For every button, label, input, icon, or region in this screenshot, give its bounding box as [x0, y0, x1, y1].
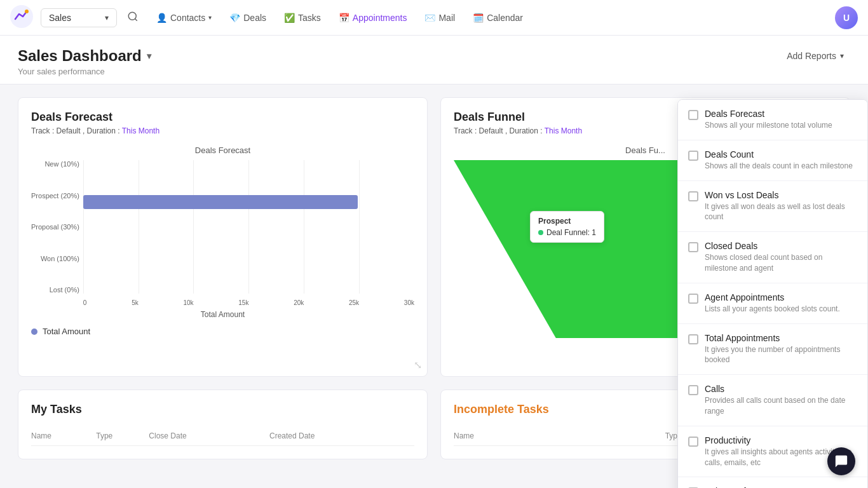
report-checkbox-calls[interactable]: [688, 385, 698, 395]
reports-dropdown: Deals Forecast Shows all your milestone …: [677, 99, 868, 488]
mail-label: Mail: [438, 13, 455, 23]
report-checkbox-total-appointments[interactable]: [688, 334, 698, 344]
report-checkbox-deals-forecast[interactable]: [688, 110, 698, 120]
bar-chart-title: Deals Forecast: [31, 146, 414, 155]
col-close-date: Close Date: [149, 426, 269, 446]
my-tasks-header-row: Name Type Close Date Created Date: [31, 426, 414, 446]
user-avatar[interactable]: U: [835, 6, 858, 29]
col-type: Type: [96, 426, 149, 446]
page-title[interactable]: Sales Dashboard ▾: [18, 47, 151, 65]
report-checkbox-agent-appointments[interactable]: [688, 294, 698, 304]
bar-chart-x-labels: 0 5k 10k 15k 20k 25k 30k: [83, 299, 414, 306]
y-label-prospect: Prospect (20%): [31, 192, 79, 200]
add-reports-button[interactable]: Add Reports ▾: [780, 47, 850, 65]
report-checkbox-deals-count[interactable]: [688, 151, 698, 161]
contacts-chevron-icon: ▾: [208, 14, 212, 21]
col-incomplete-name: Name: [454, 426, 665, 446]
report-info-calls: Calls Provides all calls count based on …: [705, 384, 857, 417]
appointments-icon: 📅: [339, 13, 349, 23]
bar-prospect: [83, 193, 414, 211]
svg-point-1: [25, 10, 29, 13]
report-name-closed-deals: Closed Deals: [705, 241, 857, 251]
report-desc-deals-forecast: Shows all your milestone total volume: [705, 120, 832, 131]
workspace-selector[interactable]: Sales: [41, 8, 117, 27]
page-title-group: Sales Dashboard ▾ Your sales performance: [18, 47, 151, 76]
nav-deals[interactable]: 💎 Deals: [222, 8, 274, 28]
contacts-icon: 👤: [156, 13, 167, 23]
report-item-sales-performance[interactable]: Sales Performance Shows overall sales pe…: [678, 477, 867, 488]
resize-handle-icon[interactable]: ⤡: [414, 359, 422, 371]
bar-lost: [83, 268, 414, 285]
top-navigation: 👤 Contacts ▾ 💎 Deals ✅ Tasks 📅 Appointme…: [149, 8, 835, 28]
y-label-won: Won (100%): [31, 255, 79, 262]
nav-tasks[interactable]: ✅ Tasks: [276, 8, 329, 28]
x-axis-label: Total Amount: [31, 310, 414, 319]
report-name-won-vs-lost: Won vs Lost Deals: [705, 190, 857, 200]
bar-chart-area: Deals Forecast New (10%) Prospect (20%) …: [31, 146, 414, 336]
nav-appointments[interactable]: 📅 Appointments: [331, 8, 415, 28]
report-name-total-appointments: Total Appointments: [705, 333, 857, 343]
my-tasks-table: Name Type Close Date Created Date: [31, 426, 414, 446]
chat-button[interactable]: [827, 447, 855, 475]
page-title-text: Sales Dashboard: [18, 47, 142, 65]
report-item-won-vs-lost[interactable]: Won vs Lost Deals It gives all won deals…: [678, 181, 867, 233]
report-name-deals-forecast: Deals Forecast: [705, 109, 832, 119]
search-button[interactable]: [127, 11, 139, 25]
x-label-0: 0: [83, 299, 87, 306]
col-name: Name: [31, 426, 96, 446]
workspace-label: Sales: [49, 13, 71, 23]
y-label-new: New (10%): [31, 160, 79, 168]
col-created-date: Created Date: [269, 426, 414, 446]
tasks-icon: ✅: [284, 13, 295, 23]
report-info-agent-appointments: Agent Appointments Lists all your agents…: [705, 292, 840, 315]
report-checkbox-productivity[interactable]: [688, 437, 698, 447]
contacts-label: Contacts: [170, 13, 205, 23]
appointments-label: Appointments: [353, 13, 407, 23]
x-label-5k: 5k: [132, 299, 139, 306]
my-tasks-card: My Tasks Name Type Close Date Created Da…: [18, 390, 428, 459]
deals-forecast-title: Deals Forecast: [31, 111, 414, 124]
report-checkbox-won-vs-lost[interactable]: [688, 191, 698, 201]
x-label-20k: 20k: [294, 299, 304, 306]
report-desc-closed-deals: Shows closed deal count based on milesto…: [705, 252, 857, 274]
report-desc-calls: Provides all calls count based on the da…: [705, 395, 857, 417]
report-checkbox-closed-deals[interactable]: [688, 242, 698, 252]
nav-mail[interactable]: ✉️ Mail: [417, 8, 463, 28]
x-label-30k: 30k: [404, 299, 414, 306]
report-item-total-appointments[interactable]: Total Appointments It gives you the numb…: [678, 324, 867, 376]
report-item-deals-count[interactable]: Deals Count Shows all the deals count in…: [678, 140, 867, 181]
chart-legend: Total Amount: [31, 327, 414, 336]
report-item-closed-deals[interactable]: Closed Deals Shows closed deal count bas…: [678, 232, 867, 283]
page-subtitle: Your sales performance: [18, 67, 151, 76]
deals-forecast-meta: Track : Default , Duration : This Month: [31, 126, 414, 135]
bar-fill-prospect: [83, 195, 358, 209]
report-item-calls[interactable]: Calls Provides all calls count based on …: [678, 375, 867, 426]
report-info-deals-forecast: Deals Forecast Shows all your milestone …: [705, 109, 832, 131]
workspace-chevron-icon: [105, 13, 109, 22]
x-label-15k: 15k: [238, 299, 248, 306]
funnel-tooltip-dot-icon: [538, 230, 543, 235]
page: Sales Dashboard ▾ Your sales performance…: [0, 36, 868, 488]
report-name-calls: Calls: [705, 384, 857, 394]
mail-icon: ✉️: [424, 13, 435, 23]
deals-label: Deals: [243, 13, 266, 23]
funnel-tooltip: Prospect Deal Funnel: 1: [530, 211, 604, 243]
funnel-tooltip-stage: Prospect: [538, 217, 596, 226]
bar-chart-plot: 0 5k 10k 15k 20k 25k 30k: [83, 160, 414, 306]
nav-calendar[interactable]: 🗓️ Calendar: [465, 8, 531, 28]
report-info-total-appointments: Total Appointments It gives you the numb…: [705, 333, 857, 366]
report-desc-won-vs-lost: It gives all won deals as well as lost d…: [705, 201, 857, 223]
x-label-10k: 10k: [183, 299, 193, 306]
calendar-label: Calendar: [487, 13, 523, 23]
page-header: Sales Dashboard ▾ Your sales performance…: [0, 36, 868, 85]
calendar-icon: 🗓️: [473, 13, 484, 23]
deals-forecast-card: Deals Forecast Track : Default , Duratio…: [18, 97, 428, 377]
bar-won: [83, 243, 414, 261]
report-item-deals-forecast[interactable]: Deals Forecast Shows all your milestone …: [678, 100, 867, 140]
y-label-proposal: Proposal (30%): [31, 223, 79, 231]
report-info-won-vs-lost: Won vs Lost Deals It gives all won deals…: [705, 190, 857, 223]
report-item-agent-appointments[interactable]: Agent Appointments Lists all your agents…: [678, 283, 867, 324]
nav-contacts[interactable]: 👤 Contacts ▾: [149, 8, 219, 28]
app-logo[interactable]: [10, 5, 33, 30]
page-title-chevron-icon: ▾: [147, 51, 151, 61]
